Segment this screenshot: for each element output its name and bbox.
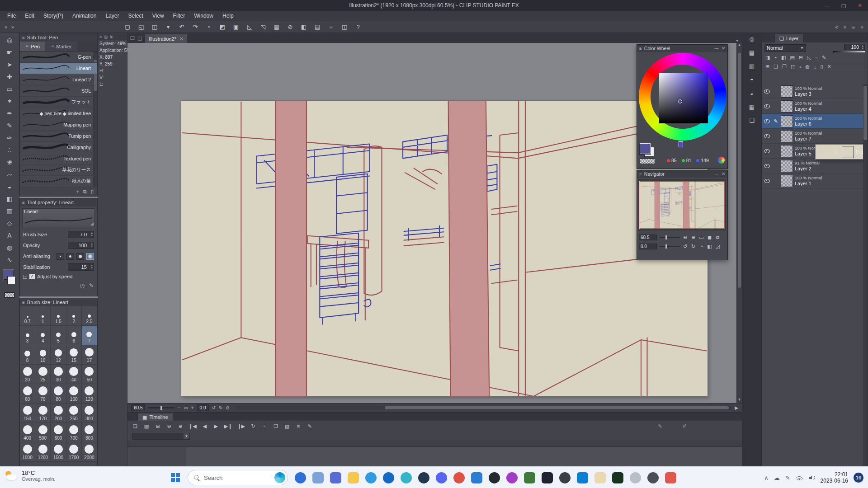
zoom-in-timeline-icon[interactable]: ⊕ xyxy=(177,423,184,429)
brush-size-cell[interactable]: 70 xyxy=(35,384,51,404)
brush-size-cell[interactable]: 120 xyxy=(82,384,97,404)
brush-size-cell[interactable]: 600 xyxy=(51,423,66,442)
play-icon[interactable]: ▶ xyxy=(213,423,219,429)
menu-item[interactable]: Window xyxy=(189,11,218,21)
move-layer-tool-icon[interactable]: ✚ xyxy=(3,72,16,81)
brush-size-cell[interactable]: 250 xyxy=(66,404,82,423)
lock-transparent-icon[interactable]: ◧ xyxy=(781,55,786,61)
onedrive-cloud-icon[interactable]: ☁ xyxy=(774,474,780,481)
navigator-zoom-value[interactable]: 60.5 xyxy=(639,235,657,240)
layer-row[interactable]: ✎ ▯ 100 % Normal Layer 3 xyxy=(762,84,863,99)
opacity-input[interactable]: 100 ▲▼ xyxy=(68,242,94,249)
collapse-panel-icon[interactable]: — xyxy=(714,172,718,176)
layer-opacity-slider[interactable] xyxy=(833,51,865,52)
brush-size-cell[interactable]: 2.5 xyxy=(82,306,97,326)
notification-count-badge[interactable]: 16 xyxy=(854,473,863,483)
layer-opacity-input[interactable]: 100 ▲▼ xyxy=(844,44,865,50)
aa-strong-button[interactable] xyxy=(86,253,94,260)
keyframe-pen2-icon[interactable]: ✐ xyxy=(681,423,688,429)
auto-select-tool-icon[interactable]: ✶ xyxy=(3,96,16,106)
layer-color-icon[interactable]: ◨ xyxy=(765,55,770,61)
brush-size-cell[interactable]: 60 xyxy=(20,384,35,404)
layer-row[interactable]: ✎ ▯ 91 % Normal Layer 2 xyxy=(762,159,863,174)
selection-border-icon[interactable]: ▣ xyxy=(231,23,241,32)
go-to-start-icon[interactable]: ❙◀ xyxy=(189,423,197,429)
undo-icon[interactable]: ↶ xyxy=(177,23,186,32)
aa-weak-button[interactable] xyxy=(66,253,74,260)
brush-size-cell[interactable]: 50 xyxy=(82,365,97,384)
scroll-right-icon[interactable]: ▶ xyxy=(735,405,738,410)
preview-expand-icon[interactable]: ◢ xyxy=(90,221,94,226)
wifi-icon[interactable] xyxy=(796,475,803,480)
reset-setting-icon[interactable]: ◷ xyxy=(80,282,84,289)
layer-thumbnail[interactable] xyxy=(842,146,854,158)
layer-name[interactable]: Layer 1 xyxy=(795,181,822,186)
help-icon[interactable]: ? xyxy=(354,23,363,32)
navigator-header[interactable]: ≡ Navigator — ✕ xyxy=(637,170,727,178)
expand-setting-icon[interactable]: + xyxy=(23,275,27,279)
timeline-tab[interactable]: ▦ Timeline xyxy=(137,413,173,421)
track-label-icon[interactable]: ≡ xyxy=(295,423,302,429)
brush-size-cell[interactable]: 150 xyxy=(20,404,35,423)
taskbar-app-file-explorer-icon[interactable] xyxy=(311,469,324,487)
canvas-vertical-scrollbar[interactable]: ▲ ▼ xyxy=(736,43,742,403)
brush-size-cell[interactable]: 300 xyxy=(82,404,97,423)
minimize-button[interactable]: — xyxy=(819,0,835,11)
brush-tool-icon[interactable]: ✑ xyxy=(3,133,16,142)
layer-thumbnail[interactable] xyxy=(781,85,793,98)
brush-size-cell[interactable]: 6 xyxy=(66,326,82,345)
brush-row[interactable]: Calligraphy xyxy=(20,142,97,153)
pencil-tool-icon[interactable]: ✎ xyxy=(3,121,16,130)
bing-chat-icon[interactable] xyxy=(274,472,285,483)
menu-item[interactable]: Animation xyxy=(68,11,101,21)
visibility-eye-icon[interactable] xyxy=(763,134,771,138)
brush-size-cell[interactable]: 8 xyxy=(20,345,35,365)
layer-thumbnail[interactable] xyxy=(781,100,793,113)
taskbar-app-folder-icon[interactable] xyxy=(347,469,359,487)
insert-frame-icon[interactable]: ❐ xyxy=(273,423,279,429)
collapse-right-icon[interactable]: « xyxy=(835,24,838,30)
new-view-icon[interactable]: ◫ xyxy=(137,35,142,41)
taskbar-app-messenger-icon[interactable] xyxy=(505,469,518,487)
layer-name[interactable]: Layer 7 xyxy=(795,136,822,141)
zoom-in-icon[interactable]: ⊕ xyxy=(690,235,696,240)
apply-mask-icon[interactable]: ↓ xyxy=(814,64,816,70)
taskbar-app-steam-icon[interactable] xyxy=(417,469,430,487)
save-icon[interactable]: ◫ xyxy=(150,23,159,32)
panel-menu-icon[interactable]: ≡ xyxy=(639,46,642,51)
stabilization-input[interactable]: 15 ▲▼ xyxy=(68,263,94,271)
taskbar-app-settings-dark-icon[interactable] xyxy=(558,469,571,487)
close-tab-icon[interactable]: ✕ xyxy=(180,37,184,41)
rotate-right-icon[interactable]: ↻ xyxy=(219,405,222,410)
brush-size-cell[interactable]: 25 xyxy=(35,365,51,384)
brush-size-cell[interactable]: 200 xyxy=(51,404,66,423)
panel-menu-icon[interactable]: ≡ xyxy=(22,300,25,305)
cut-frame-icon[interactable]: ▫ xyxy=(261,423,268,429)
workspace-menu-icon[interactable]: ≡ xyxy=(852,24,855,30)
zoom-slider[interactable] xyxy=(148,407,175,408)
layer-row[interactable]: ✎ ▯ 100 % Normal Layer 6 xyxy=(762,114,863,129)
zoom-in-icon[interactable]: + xyxy=(191,405,194,410)
brush-size-cell[interactable]: 1500 xyxy=(51,442,66,462)
actual-size-icon[interactable]: ◼ xyxy=(707,235,712,240)
taskbar-app-disabled-icon[interactable] xyxy=(629,469,642,487)
brush-row[interactable]: フラット xyxy=(20,97,97,108)
collapse-left-icon[interactable]: « xyxy=(5,24,8,30)
brush-size-input[interactable]: 7.0 ▲▼ xyxy=(68,231,94,238)
brush-size-cell[interactable]: 0.7 xyxy=(20,306,35,326)
brush-size-cell[interactable]: 15 xyxy=(66,345,82,365)
visibility-eye-icon[interactable] xyxy=(763,164,771,168)
brush-size-cell[interactable]: 4 xyxy=(35,326,51,345)
material-download-icon[interactable]: ❏ xyxy=(749,117,755,124)
brush-size-cell[interactable]: 170 xyxy=(35,404,51,423)
blend-tool-icon[interactable]: ◒ xyxy=(3,182,16,191)
layer-menu-icon[interactable]: ≡ xyxy=(815,55,818,61)
brush-size-cell[interactable]: 1 xyxy=(35,306,51,326)
operation-tool-icon[interactable]: ➤ xyxy=(3,60,16,69)
reference-icon[interactable]: ◫ xyxy=(340,23,349,32)
navigator-thumbnail[interactable] xyxy=(639,181,725,229)
brush-row[interactable]: G-pen xyxy=(20,52,97,63)
rotate-reset-icon[interactable]: ⊘ xyxy=(286,23,295,32)
opacity-stepper[interactable]: ▲▼ xyxy=(862,44,864,50)
zoom-value[interactable]: 60.5 xyxy=(131,404,145,411)
